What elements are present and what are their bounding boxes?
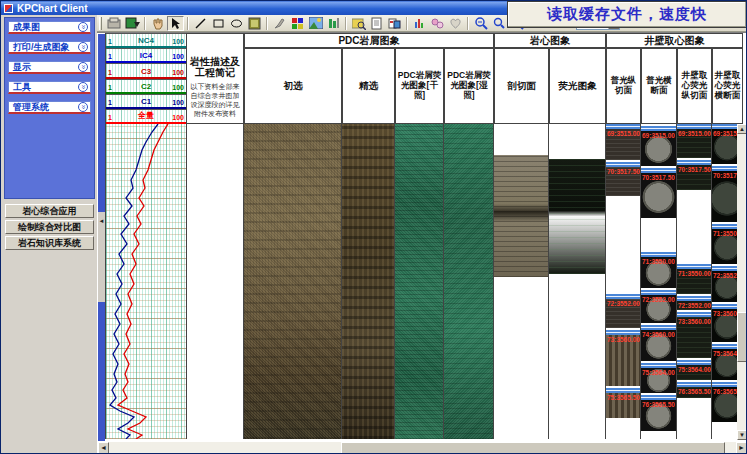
scroll-left-icon[interactable]: ◄ bbox=[98, 442, 109, 454]
core-depth-label: 74:3560.00 bbox=[642, 331, 675, 338]
core-photo-tile: 71:3550.00 bbox=[641, 252, 676, 288]
sidebar-item-print[interactable]: 打印/生成图象 » bbox=[8, 41, 91, 54]
select-cursor-icon[interactable] bbox=[167, 16, 184, 31]
col-header-fluor: 荧光图象 bbox=[549, 48, 606, 124]
vertical-scrollbar-thumb[interactable] bbox=[737, 312, 747, 362]
col-header-slab: 剖切面 bbox=[494, 48, 549, 124]
core-photo-tile: 72:3552.00 bbox=[641, 290, 676, 323]
scroll-up-icon[interactable]: ▲ bbox=[737, 124, 747, 134]
core-depth-label: 73:3560.00 bbox=[607, 336, 640, 343]
core-depth-label: 76:3565.50 bbox=[678, 388, 711, 395]
core-depth-label: 76:3565.50 bbox=[642, 401, 675, 408]
core-photo-tile: 76:3565.50 bbox=[677, 382, 711, 398]
core-depth-label: 75:3565.50 bbox=[607, 394, 640, 401]
scale-ruler-icon[interactable] bbox=[325, 16, 342, 31]
window-title: KPChart Client bbox=[17, 3, 88, 14]
sidebar-item-tools[interactable]: 工具 » bbox=[8, 81, 91, 94]
group-header-pdc: PDC岩屑图象 bbox=[244, 33, 494, 48]
color-palette-icon[interactable] bbox=[289, 16, 306, 31]
core-depth-label: 75:3564.00 bbox=[678, 366, 711, 373]
curve-scale-value: 100 bbox=[172, 38, 184, 45]
scroll-right-icon[interactable]: ► bbox=[736, 442, 747, 454]
core-photo-tile: 75:3564.00 bbox=[677, 360, 711, 380]
core-photo-tile: 72:3552.00 bbox=[677, 296, 711, 310]
core-photo-tile: 74:3560.00 bbox=[641, 325, 676, 361]
core-depth-label: 70:3517.50 bbox=[607, 168, 640, 175]
pages-link-icon[interactable] bbox=[429, 16, 446, 31]
curve-scale-value: 100 bbox=[172, 84, 184, 91]
core-photo-tile: 69:3515.00 bbox=[641, 126, 676, 166]
chevron-down-icon[interactable]: » bbox=[78, 82, 88, 92]
core-depth-label: 71:3550.00 bbox=[642, 258, 675, 265]
sidebar-item-admin[interactable]: 管理系统 » bbox=[8, 101, 91, 114]
compare-map-button[interactable]: 绘制综合对比图 bbox=[5, 220, 94, 234]
group-header-core: 岩心图象 bbox=[494, 33, 606, 48]
col-header-pdc-wet: PDC岩屑荧光图象[湿照] bbox=[444, 48, 494, 124]
core-depth-label: 69:3515.00 bbox=[607, 130, 640, 137]
toolbar-separator bbox=[345, 17, 347, 30]
image-frame-icon[interactable] bbox=[246, 16, 263, 31]
sidebar: 成果图 » 打印/生成图象 » 显示 » 工具 » 管理系统 » 岩心综合应用 … bbox=[2, 15, 97, 453]
toolbar-separator bbox=[187, 17, 189, 30]
toolbar-grip[interactable] bbox=[99, 17, 102, 30]
horizontal-scrollbar[interactable]: ◄ ► bbox=[98, 442, 747, 454]
rect-tool-icon[interactable] bbox=[210, 16, 227, 31]
toolbar-separator bbox=[144, 17, 146, 30]
core-depth-label: 72:3552.00 bbox=[607, 300, 640, 307]
scroll-down-icon[interactable]: ▼ bbox=[737, 430, 747, 440]
core-photo-tile: 73:3560.00 bbox=[677, 312, 711, 358]
pan-hand-icon[interactable] bbox=[149, 16, 166, 31]
favorite-icon[interactable] bbox=[447, 16, 464, 31]
export-image-icon[interactable] bbox=[124, 16, 141, 31]
core-depth-label: 70:3517.50 bbox=[678, 166, 711, 173]
ellipse-tool-icon[interactable] bbox=[228, 16, 245, 31]
col-header-swc-fl-cross: 井壁取心荧光横断面 bbox=[712, 48, 743, 124]
vertical-scrollbar[interactable]: ▲ ▼ bbox=[737, 124, 747, 440]
core-depth-label: 70:3517.50 bbox=[642, 174, 675, 181]
core-depth-label: 72:3552.00 bbox=[678, 302, 711, 309]
sidebar-item-display[interactable]: 显示 » bbox=[8, 61, 91, 74]
find-image-icon[interactable] bbox=[350, 16, 367, 31]
cuttings-image-chuxuan bbox=[244, 124, 342, 439]
picture-icon[interactable] bbox=[307, 16, 324, 31]
cuttings-image-jingxuan bbox=[342, 124, 395, 439]
depth-splitter-bar[interactable]: ◄ bbox=[98, 34, 105, 441]
splitter-collapse-arrow[interactable]: ◄ bbox=[98, 212, 105, 302]
core-fluor-image bbox=[549, 159, 605, 274]
curve-scale-value: 100 bbox=[172, 99, 184, 106]
horizontal-scrollbar-thumb[interactable] bbox=[341, 442, 725, 454]
chevron-down-icon[interactable]: » bbox=[78, 22, 88, 32]
curve-scale-NC4: 1NC4100 bbox=[106, 33, 186, 48]
brush-icon[interactable] bbox=[271, 16, 288, 31]
col-header-pdc-dry: PDC岩屑荧光图象[干照] bbox=[395, 48, 444, 124]
core-app-button[interactable]: 岩心综合应用 bbox=[5, 204, 94, 218]
app-icon bbox=[4, 4, 13, 13]
curve-scale-IC4: 1IC4100 bbox=[106, 48, 186, 63]
core-photo-tile: 70:3517.50 bbox=[677, 160, 711, 190]
core-photo-tile: 69:3515.00 bbox=[606, 124, 640, 160]
sidebar-item-results[interactable]: 成果图 » bbox=[8, 21, 91, 34]
line-tool-icon[interactable] bbox=[192, 16, 209, 31]
core-photo-tile: 72:3552.00 bbox=[606, 294, 640, 328]
chevron-down-icon[interactable]: » bbox=[78, 62, 88, 72]
core-image-column-flz: 69:3515.0070:3517.5071:3550.0072:3552.00… bbox=[677, 124, 712, 439]
bar-chart-icon[interactable] bbox=[411, 16, 428, 31]
rock-kb-button[interactable]: 岩石知识库系统 bbox=[5, 236, 94, 250]
document-icon[interactable] bbox=[368, 16, 385, 31]
curve-scale-全量: 1全量100 bbox=[106, 109, 186, 124]
core-photo-tile: 69:3515.00 bbox=[677, 124, 711, 158]
col-header-swc-fl-long: 井壁取心荧光纵切面 bbox=[677, 48, 712, 124]
chevron-down-icon[interactable]: » bbox=[78, 42, 88, 52]
cache-tooltip: 读取缓存文件，速度快 bbox=[507, 1, 747, 28]
zoom-reset-icon[interactable] bbox=[490, 16, 507, 31]
zoom-out-icon[interactable] bbox=[472, 16, 489, 31]
core-depth-label: 75:3564.00 bbox=[642, 369, 675, 376]
col-header-jingxuan: 精选 bbox=[342, 48, 395, 124]
report-icon[interactable] bbox=[386, 16, 403, 31]
chevron-down-icon[interactable]: » bbox=[78, 102, 88, 112]
core-depth-label: 73:3560.00 bbox=[678, 318, 711, 325]
curve-track-grid bbox=[105, 124, 186, 439]
lithology-note: 以下资料全部来自综合录井图加设深度段的详见附件发布资料 bbox=[187, 82, 243, 118]
open-icon[interactable] bbox=[106, 16, 123, 31]
core-photo-tile: 73:3560.00 bbox=[606, 330, 640, 386]
